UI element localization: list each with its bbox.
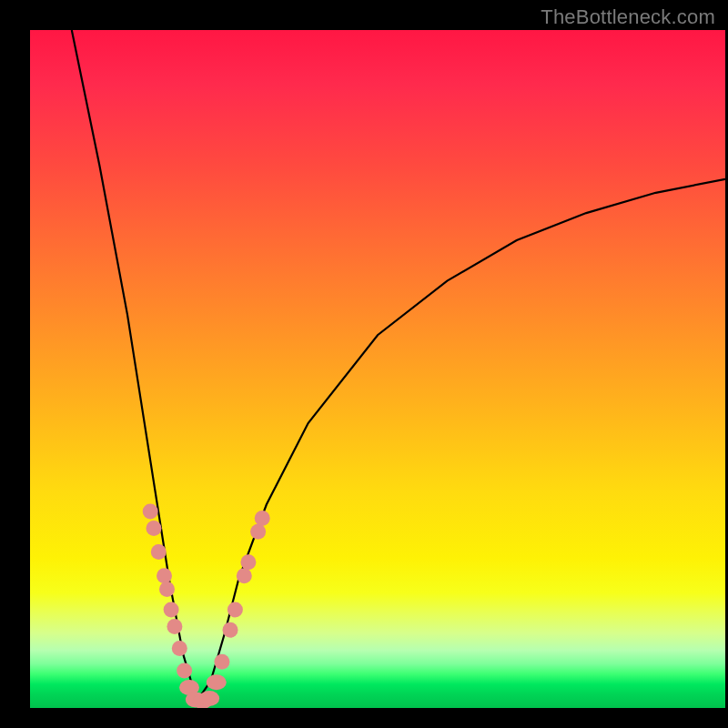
curve-marker — [167, 619, 182, 634]
plot-area — [30, 30, 725, 708]
curve-marker — [214, 654, 229, 670]
curve-marker — [157, 568, 172, 583]
curve-marker — [164, 602, 179, 618]
curve-marker — [177, 663, 192, 679]
curve-marker — [159, 581, 175, 597]
curve-marker — [237, 568, 252, 583]
curve-marker — [250, 524, 266, 540]
curve-marker — [172, 641, 187, 656]
curve-marker — [240, 554, 256, 570]
curve-marker — [207, 674, 227, 690]
curve-marker — [147, 521, 162, 536]
chart-svg — [30, 30, 725, 708]
chart-frame: TheBottleneck.com — [0, 0, 728, 728]
watermark-text: TheBottleneck.com — [541, 5, 715, 29]
curve-marker — [223, 622, 238, 638]
curve-marker — [199, 691, 219, 706]
curve-marker — [228, 602, 243, 618]
curve-marker — [151, 544, 167, 560]
bottleneck-curve — [72, 30, 725, 702]
curve-marker — [143, 504, 158, 520]
curve-marker — [255, 511, 270, 526]
